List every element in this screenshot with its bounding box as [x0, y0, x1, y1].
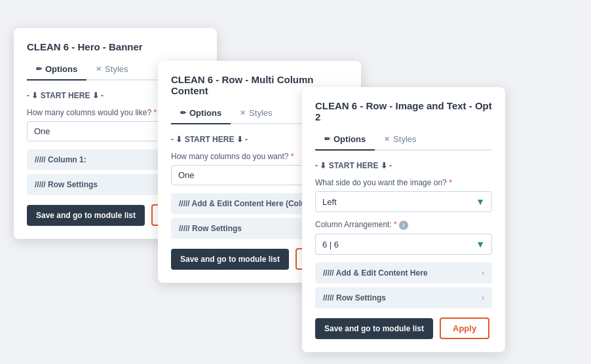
panel-3-title: CLEAN 6 - Row - Image and Text - Opt 2: [315, 100, 492, 122]
panel-1-title: CLEAN 6 - Hero - Banner: [27, 41, 204, 52]
row-settings-label-2: ///// Row Settings: [179, 224, 242, 233]
chevron-down-icon-1: ▼: [476, 196, 485, 207]
chevron-right-icon-1: ›: [482, 268, 484, 278]
chevron-right-icon-2: ›: [482, 293, 484, 302]
info-icon[interactable]: i: [399, 221, 408, 230]
row-settings-label-3: ///// Row Settings: [323, 293, 386, 302]
add-edit-content-row-3[interactable]: ///// Add & Edit Content Here ›: [315, 263, 492, 283]
row-settings-label-1: ///// Row Settings: [35, 180, 98, 189]
tab-options-1[interactable]: ✏ Options: [27, 60, 86, 81]
required-indicator-1: *: [153, 108, 157, 117]
add-edit-label-3: ///// Add & Edit Content Here: [323, 268, 428, 278]
save-button-2[interactable]: Save and go to module list: [171, 249, 289, 270]
image-side-value: Left: [322, 197, 337, 207]
x-icon-2: ✕: [240, 109, 246, 117]
pencil-icon-2: ✏: [180, 109, 186, 117]
section-header-3: - ⬇ START HERE ⬇ -: [315, 161, 492, 170]
row-settings-3[interactable]: ///// Row Settings ›: [315, 287, 492, 308]
required-indicator-3b: *: [394, 220, 397, 229]
panel-image-text: CLEAN 6 - Row - Image and Text - Opt 2 ✏…: [302, 87, 505, 352]
pencil-icon-3: ✏: [324, 135, 330, 143]
x-icon-3: ✕: [384, 135, 390, 143]
column-arrangement-value: 6 | 6: [322, 240, 339, 249]
field2-label-3: Column Arrangement: * i: [315, 220, 492, 230]
save-button-3[interactable]: Save and go to module list: [315, 318, 433, 339]
field1-label-3: What side do you want the image on? *: [315, 178, 492, 187]
tab-styles-2[interactable]: ✕ Styles: [231, 104, 281, 124]
column1-label: ///// Column 1:: [35, 155, 86, 164]
column-arrangement-select[interactable]: 6 | 6 ▼: [315, 234, 492, 255]
tab-styles-1[interactable]: ✕ Styles: [86, 60, 137, 81]
tab-options-3[interactable]: ✏ Options: [315, 130, 375, 151]
tab-styles-3[interactable]: ✕ Styles: [375, 130, 425, 151]
apply-button-3[interactable]: Apply: [440, 318, 489, 339]
save-button-1[interactable]: Save and go to module list: [27, 205, 145, 226]
panel-3-tabs: ✏ Options ✕ Styles: [315, 130, 492, 151]
required-indicator-3a: *: [449, 178, 452, 187]
pencil-icon-1: ✏: [36, 65, 42, 73]
chevron-down-icon-2: ▼: [476, 239, 485, 249]
footer-3: Save and go to module list Apply: [315, 318, 492, 339]
image-side-select[interactable]: Left ▼: [315, 191, 492, 212]
tab-options-2[interactable]: ✏ Options: [171, 104, 231, 124]
required-indicator-2: *: [291, 152, 294, 161]
x-icon-1: ✕: [96, 65, 102, 73]
